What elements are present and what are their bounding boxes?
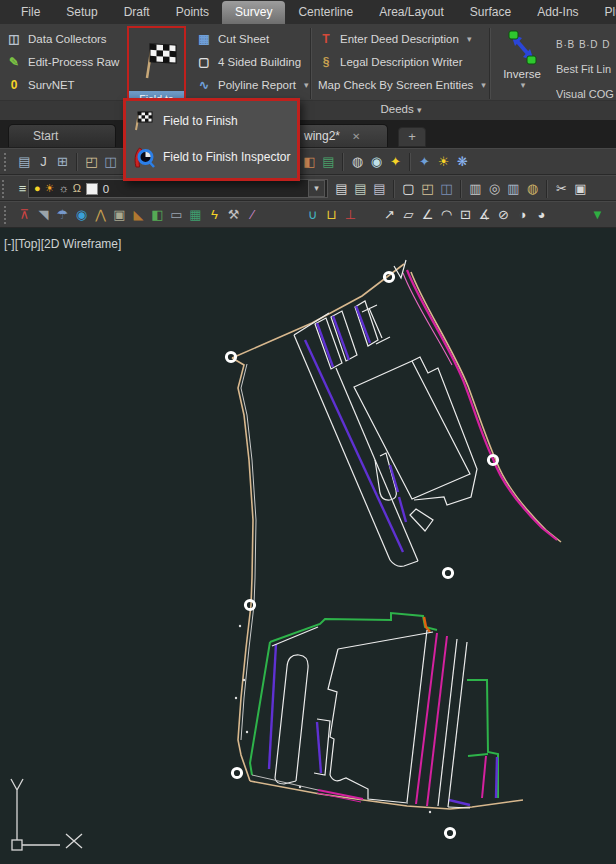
stockpile-icon[interactable]: ◣ bbox=[129, 205, 148, 225]
sketch-icon[interactable]: J bbox=[34, 152, 53, 172]
inquiry-slope-icon[interactable]: ∡ bbox=[475, 205, 494, 225]
inquiry-curve-icon[interactable]: ◠ bbox=[437, 205, 456, 225]
menu-add-ins[interactable]: Add-Ins bbox=[524, 1, 591, 24]
camera-icon[interactable]: ▣ bbox=[110, 205, 129, 225]
inquiry-area-icon[interactable]: ▱ bbox=[399, 205, 418, 225]
menu-points[interactable]: Points bbox=[163, 1, 222, 24]
earth-icon[interactable]: ◉ bbox=[72, 205, 91, 225]
four-sided-building-button[interactable]: ▢4 Sided Building bbox=[196, 52, 309, 72]
menu-draft[interactable]: Draft bbox=[111, 1, 163, 24]
cut-sheet-button[interactable]: ▦Cut Sheet bbox=[196, 29, 309, 49]
visual-eye-icon[interactable]: ◉ bbox=[367, 152, 386, 172]
legal-description-writer-button[interactable]: §Legal Description Writer bbox=[318, 52, 486, 72]
image-green-icon[interactable]: ◧ bbox=[148, 205, 167, 225]
image-export-icon[interactable]: ▤ bbox=[15, 152, 34, 172]
layer-on-icon: ● bbox=[34, 183, 41, 194]
hammers-icon[interactable]: ⚒ bbox=[224, 205, 243, 225]
chevron-down-icon[interactable]: ▾ bbox=[308, 180, 325, 197]
menu-area-layout[interactable]: Area/Layout bbox=[366, 1, 457, 24]
filter-icon[interactable]: ▼ bbox=[588, 205, 607, 225]
landscape-icon[interactable]: ▦ bbox=[186, 205, 205, 225]
menu-setup[interactable]: Setup bbox=[53, 1, 110, 24]
button-label: Legal Description Writer bbox=[340, 56, 463, 68]
layer-unlock-icon: Ω bbox=[73, 183, 81, 194]
close-icon[interactable]: ✕ bbox=[352, 131, 360, 142]
menu-item-field-to-finish-inspector[interactable]: Field to Finish Inspector bbox=[126, 142, 297, 172]
road-icon[interactable]: ◥ bbox=[34, 205, 53, 225]
inquiry-distance-icon[interactable]: ↗ bbox=[380, 205, 399, 225]
menu-surface[interactable]: Surface bbox=[457, 1, 524, 24]
inquiry-circle-icon[interactable]: ◑ bbox=[513, 205, 532, 225]
new-file-icon[interactable]: ▢ bbox=[399, 179, 418, 199]
cut-icon[interactable]: ✂ bbox=[552, 179, 571, 199]
edit-process-raw-icon: ✎ bbox=[6, 54, 22, 70]
inquiry-polygon-icon[interactable]: ⊡ bbox=[456, 205, 475, 225]
drill-rig-icon[interactable]: ⊥ bbox=[341, 205, 360, 225]
drawing-canvas[interactable] bbox=[0, 228, 616, 864]
menu-centerline[interactable]: Centerline bbox=[285, 1, 366, 24]
magic-wand-icon[interactable]: ✦ bbox=[386, 152, 405, 172]
button-label: Edit-Process Raw bbox=[28, 56, 119, 68]
eplot-icon[interactable]: ▥ bbox=[504, 179, 523, 199]
save-file-icon[interactable]: ◫ bbox=[437, 179, 456, 199]
survnet-button[interactable]: 0SurvNET bbox=[6, 75, 119, 95]
bearing-bearing-buttons[interactable]: B∙B B∙D D bbox=[556, 32, 616, 57]
brush-icon[interactable]: ∕ bbox=[243, 205, 262, 225]
lightning-icon[interactable]: ϟ bbox=[205, 205, 224, 225]
print-preview-icon[interactable]: ◎ bbox=[485, 179, 504, 199]
pick-axe-icon[interactable]: ⋀ bbox=[91, 205, 110, 225]
new-tab-button[interactable]: + bbox=[398, 127, 426, 147]
best-fit-line-button[interactable]: Best Fit Lin bbox=[556, 57, 616, 82]
toolbar-grip[interactable] bbox=[4, 153, 10, 171]
total-station-icon[interactable]: ⊼ bbox=[15, 205, 34, 225]
menu-item-field-to-finish[interactable]: Field to Finish bbox=[126, 107, 297, 135]
gear-image-icon[interactable]: ❋ bbox=[453, 152, 472, 172]
save-drawing-icon[interactable]: ◫ bbox=[101, 152, 120, 172]
button-label: 4 Sided Building bbox=[218, 56, 301, 68]
road-white-line bbox=[241, 364, 256, 740]
four-sided-building-icon: ▢ bbox=[196, 54, 212, 70]
layers-settings-icon[interactable]: ▤ bbox=[370, 179, 389, 199]
inquiry-strike-icon[interactable]: ⊘ bbox=[494, 205, 513, 225]
paste-icon[interactable]: ▣ bbox=[571, 179, 590, 199]
data-collectors-button[interactable]: ◫Data Collectors bbox=[6, 29, 119, 49]
layer-color-swatch bbox=[86, 183, 98, 195]
tab-start[interactable]: Start bbox=[8, 124, 116, 147]
drawing-area[interactable]: [-][Top][2D Wireframe] bbox=[0, 228, 616, 864]
open-drawing-icon[interactable]: ◰ bbox=[82, 152, 101, 172]
light-image-icon[interactable]: ☀ bbox=[434, 152, 453, 172]
toolbar-grip[interactable] bbox=[4, 206, 10, 224]
print-icon[interactable]: ▥ bbox=[466, 179, 485, 199]
menu-survey[interactable]: Survey bbox=[222, 1, 285, 24]
deeds-panel-label[interactable]: Deeds ▾ bbox=[316, 103, 486, 115]
toolbar-grip[interactable] bbox=[2, 180, 8, 198]
polyline-report-button[interactable]: ∿Polyline Report▾ bbox=[196, 75, 309, 95]
render-sphere-icon[interactable]: ◍ bbox=[348, 152, 367, 172]
layers-state-icon[interactable]: ▤ bbox=[332, 179, 351, 199]
edit-process-raw-button[interactable]: ✎Edit-Process Raw bbox=[6, 52, 119, 72]
open-file-icon[interactable]: ◰ bbox=[418, 179, 437, 199]
button-label: SurvNET bbox=[28, 79, 75, 91]
menu-file[interactable]: File bbox=[8, 1, 53, 24]
hydrology-icon[interactable]: ☂ bbox=[53, 205, 72, 225]
inquiry-circles-icon[interactable]: ◕ bbox=[532, 205, 551, 225]
copy-drawing-icon[interactable]: ⊞ bbox=[53, 152, 72, 172]
ucs-icon[interactable] bbox=[11, 779, 82, 850]
monitor-icon[interactable]: ▭ bbox=[167, 205, 186, 225]
dump-truck-icon[interactable]: ⊔ bbox=[322, 205, 341, 225]
inquiry-angle-icon[interactable]: ∠ bbox=[418, 205, 437, 225]
map-check-button[interactable]: Map Check By Screen Entities▾ bbox=[318, 75, 486, 95]
image-adjust-icon[interactable]: ◧ bbox=[300, 152, 319, 172]
wand-image-icon[interactable]: ✦ bbox=[415, 152, 434, 172]
ribbon-separator bbox=[489, 28, 491, 99]
color-layers-icon[interactable]: ▤ bbox=[319, 152, 338, 172]
enter-deed-description-button[interactable]: TEnter Deed Description▾ bbox=[318, 29, 486, 49]
layer-combo[interactable]: ●☀☼Ω 0 ▾ bbox=[28, 179, 328, 198]
publish-icon[interactable]: ◍ bbox=[523, 179, 542, 199]
menu-plug-ins[interactable]: Plug-ins bbox=[592, 1, 616, 24]
layers-previous-icon[interactable]: ▤ bbox=[351, 179, 370, 199]
toolbar-row-1: ▤J⊞◰◫▢▢▢▢ ◧▤◍◉✦✦☀❋ bbox=[0, 148, 616, 175]
ribbon-group-survey-left: ◫Data Collectors✎Edit-Process Raw0SurvNE… bbox=[6, 29, 119, 95]
viewport-controls-label[interactable]: [-][Top][2D Wireframe] bbox=[4, 237, 121, 251]
mine-cart-icon[interactable]: ∪ bbox=[303, 205, 322, 225]
